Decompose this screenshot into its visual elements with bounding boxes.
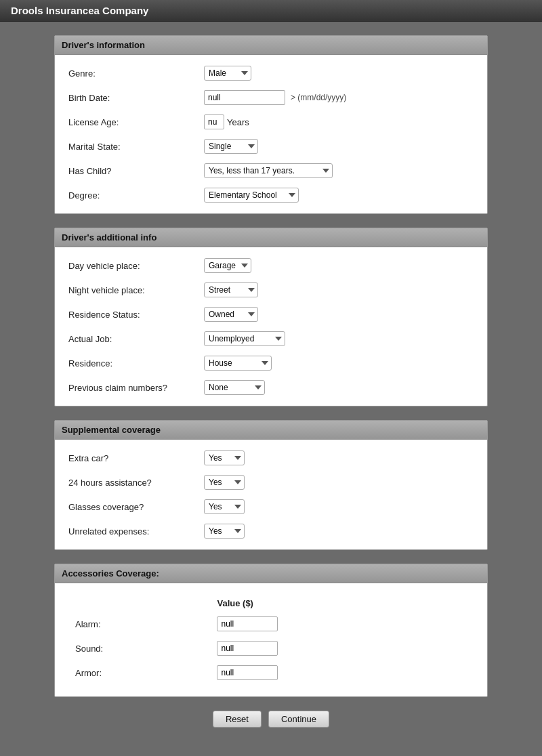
sound-value-cell bbox=[211, 637, 472, 660]
actual-job-select[interactable]: Unemployed Employed Self-employed Retire… bbox=[204, 331, 285, 346]
degree-label: Degree: bbox=[68, 190, 204, 201]
license-age-label: License Age: bbox=[68, 117, 204, 127]
actual-job-label: Actual Job: bbox=[68, 334, 204, 344]
license-age-input[interactable] bbox=[204, 114, 224, 129]
residence-status-control: Owned Rented bbox=[204, 307, 258, 322]
residence-status-row: Residence Status: Owned Rented bbox=[68, 307, 474, 322]
marital-label: Marital State: bbox=[68, 142, 204, 152]
glasses-row: Glasses coverage? Yes No bbox=[68, 499, 474, 514]
haschild-select[interactable]: Yes, less than 17 years. No Yes, more th… bbox=[204, 163, 333, 178]
degree-row: Degree: Elementary School High School Co… bbox=[68, 188, 474, 203]
drivers-info-section: Driver's information Genre: Male Female … bbox=[54, 35, 488, 214]
birthdate-hint: > (mm/dd/yyyy) bbox=[291, 93, 346, 102]
previous-claims-select[interactable]: None 1 2 3+ bbox=[204, 380, 265, 395]
haschild-label: Has Child? bbox=[68, 166, 204, 176]
residence-control: House Apartment Condo bbox=[204, 356, 272, 371]
accessories-col-item bbox=[70, 595, 210, 611]
residence-label: Residence: bbox=[68, 358, 204, 369]
armor-input[interactable] bbox=[217, 665, 278, 680]
drivers-additional-header: Driver's additional info bbox=[55, 228, 487, 247]
drivers-info-header: Driver's information bbox=[55, 36, 487, 55]
alarm-input[interactable] bbox=[217, 616, 278, 631]
assistance-label: 24 hours assistance? bbox=[68, 478, 204, 488]
previous-claims-label: Previous claim numbers? bbox=[68, 383, 204, 393]
residence-status-label: Residence Status: bbox=[68, 310, 204, 320]
night-vehicle-row: Night vehicle place: Street Garage Parki… bbox=[68, 282, 474, 297]
birthdate-control: > (mm/dd/yyyy) bbox=[204, 90, 346, 105]
previous-claims-control: None 1 2 3+ bbox=[204, 380, 265, 395]
day-vehicle-select[interactable]: Garage Street Parking bbox=[204, 258, 251, 273]
accessories-header: Accessories Coverage: bbox=[55, 564, 487, 583]
extra-car-row: Extra car? Yes No bbox=[68, 450, 474, 465]
degree-control: Elementary School High School College Gr… bbox=[204, 188, 299, 203]
assistance-select[interactable]: Yes No bbox=[204, 475, 245, 490]
alarm-value-cell bbox=[211, 612, 472, 635]
alarm-row: Alarm: bbox=[70, 612, 472, 635]
armor-label: Armor: bbox=[70, 661, 210, 684]
day-vehicle-row: Day vehicle place: Garage Street Parking bbox=[68, 258, 474, 273]
unrelated-control: Yes No bbox=[204, 524, 245, 539]
reset-button[interactable]: Reset bbox=[213, 711, 262, 728]
residence-select[interactable]: House Apartment Condo bbox=[204, 356, 272, 371]
supplemental-section: Supplemental coverage Extra car? Yes No … bbox=[54, 420, 488, 550]
alarm-label: Alarm: bbox=[70, 612, 210, 635]
actual-job-control: Unemployed Employed Self-employed Retire… bbox=[204, 331, 285, 346]
extra-car-label: Extra car? bbox=[68, 453, 204, 463]
accessories-table: Value ($) Alarm: Sound: bbox=[68, 594, 474, 686]
armor-row: Armor: bbox=[70, 661, 472, 684]
haschild-row: Has Child? Yes, less than 17 years. No Y… bbox=[68, 163, 474, 178]
drivers-info-body: Genre: Male Female Birth Date: > (mm/dd/… bbox=[55, 55, 487, 213]
continue-button[interactable]: Continue bbox=[268, 711, 329, 728]
supplemental-header: Supplemental coverage bbox=[55, 421, 487, 440]
residence-status-select[interactable]: Owned Rented bbox=[204, 307, 258, 322]
marital-select[interactable]: Single Married Divorced bbox=[204, 139, 258, 154]
night-vehicle-select[interactable]: Street Garage Parking bbox=[204, 282, 258, 297]
years-label: Years bbox=[227, 117, 249, 127]
night-vehicle-label: Night vehicle place: bbox=[68, 285, 204, 295]
drivers-additional-body: Day vehicle place: Garage Street Parking… bbox=[55, 247, 487, 406]
accessories-col-value: Value ($) bbox=[211, 595, 472, 611]
glasses-control: Yes No bbox=[204, 499, 245, 514]
day-vehicle-control: Garage Street Parking bbox=[204, 258, 251, 273]
assistance-control: Yes No bbox=[204, 475, 245, 490]
app-title: Drools Insurancea Company bbox=[11, 5, 148, 16]
birthdate-label: Birth Date: bbox=[68, 93, 204, 103]
license-age-row: License Age: Years bbox=[68, 114, 474, 129]
unrelated-label: Unrelated expenses: bbox=[68, 526, 204, 537]
sound-row: Sound: bbox=[70, 637, 472, 660]
assistance-row: 24 hours assistance? Yes No bbox=[68, 475, 474, 490]
birthdate-row: Birth Date: > (mm/dd/yyyy) bbox=[68, 90, 474, 105]
accessories-section: Accessories Coverage: Value ($) Alarm: bbox=[54, 564, 488, 697]
sound-input[interactable] bbox=[217, 641, 278, 656]
button-row: Reset Continue bbox=[54, 711, 488, 728]
glasses-label: Glasses coverage? bbox=[68, 502, 204, 512]
page-content: Driver's information Genre: Male Female … bbox=[0, 22, 542, 756]
glasses-select[interactable]: Yes No bbox=[204, 499, 245, 514]
previous-claims-row: Previous claim numbers? None 1 2 3+ bbox=[68, 380, 474, 395]
license-age-control: Years bbox=[204, 114, 249, 129]
genre-select[interactable]: Male Female bbox=[204, 66, 251, 81]
degree-select[interactable]: Elementary School High School College Gr… bbox=[204, 188, 299, 203]
armor-value-cell bbox=[211, 661, 472, 684]
drivers-additional-section: Driver's additional info Day vehicle pla… bbox=[54, 228, 488, 406]
genre-label: Genre: bbox=[68, 68, 204, 79]
extra-car-select[interactable]: Yes No bbox=[204, 450, 245, 465]
genre-control: Male Female bbox=[204, 66, 251, 81]
genre-row: Genre: Male Female bbox=[68, 66, 474, 81]
extra-car-control: Yes No bbox=[204, 450, 245, 465]
sound-label: Sound: bbox=[70, 637, 210, 660]
supplemental-body: Extra car? Yes No 24 hours assistance? Y… bbox=[55, 440, 487, 549]
actual-job-row: Actual Job: Unemployed Employed Self-emp… bbox=[68, 331, 474, 346]
day-vehicle-label: Day vehicle place: bbox=[68, 261, 204, 271]
marital-row: Marital State: Single Married Divorced bbox=[68, 139, 474, 154]
unrelated-row: Unrelated expenses: Yes No bbox=[68, 524, 474, 539]
unrelated-select[interactable]: Yes No bbox=[204, 524, 245, 539]
app-titlebar: Drools Insurancea Company bbox=[0, 0, 542, 22]
birthdate-input[interactable] bbox=[204, 90, 285, 105]
accessories-body: Value ($) Alarm: Sound: bbox=[55, 583, 487, 696]
marital-control: Single Married Divorced bbox=[204, 139, 258, 154]
haschild-control: Yes, less than 17 years. No Yes, more th… bbox=[204, 163, 333, 178]
residence-row: Residence: House Apartment Condo bbox=[68, 356, 474, 371]
night-vehicle-control: Street Garage Parking bbox=[204, 282, 258, 297]
